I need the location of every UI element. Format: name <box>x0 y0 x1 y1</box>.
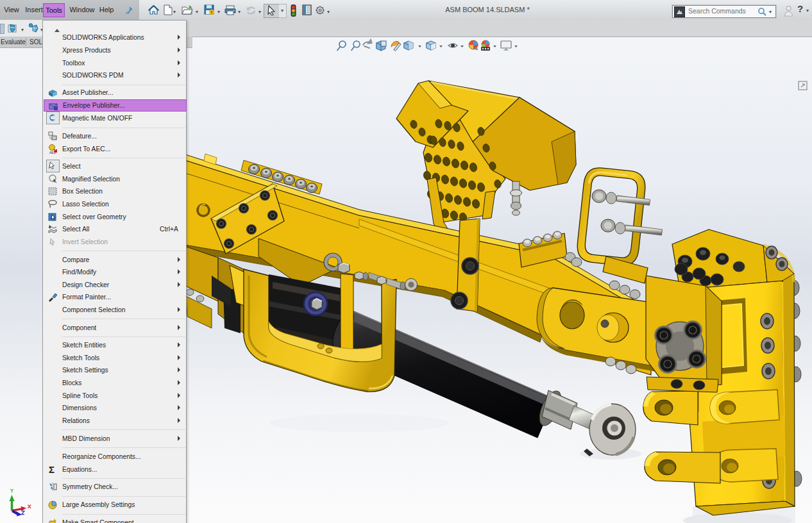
svg-text:AEC: AEC <box>49 151 56 154</box>
svg-text:Σ: Σ <box>49 464 55 475</box>
svg-text:!: ! <box>211 10 212 15</box>
